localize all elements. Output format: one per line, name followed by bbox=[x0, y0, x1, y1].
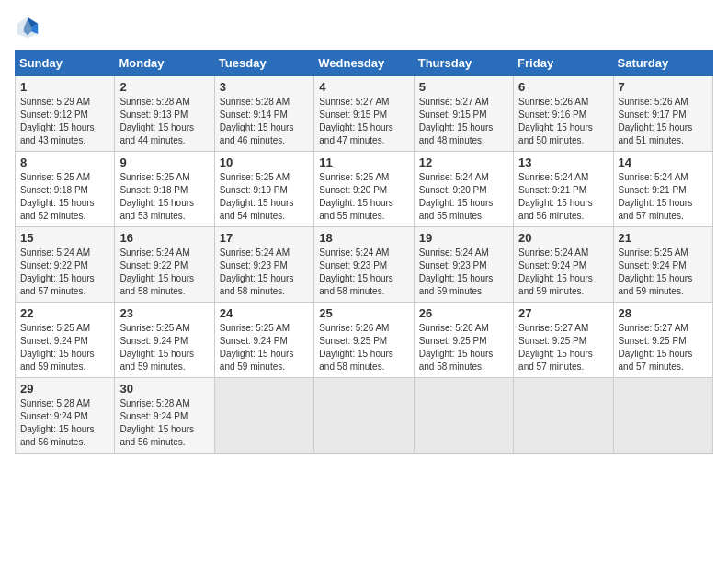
day-detail: Sunrise: 5:25 AMSunset: 9:18 PMDaylight:… bbox=[119, 171, 209, 223]
day-number: 5 bbox=[419, 80, 508, 94]
day-detail: Sunrise: 5:24 AMSunset: 9:21 PMDaylight:… bbox=[518, 171, 608, 223]
day-detail: Sunrise: 5:27 AMSunset: 9:25 PMDaylight:… bbox=[619, 322, 708, 373]
day-number: 30 bbox=[119, 382, 209, 396]
day-number: 17 bbox=[220, 231, 309, 245]
day-cell: 16 Sunrise: 5:24 AMSunset: 9:22 PMDaylig… bbox=[115, 227, 214, 303]
day-detail: Sunrise: 5:27 AMSunset: 9:25 PMDaylight:… bbox=[518, 322, 608, 373]
week-row-2: 8 Sunrise: 5:25 AMSunset: 9:18 PMDayligh… bbox=[16, 152, 713, 227]
day-detail: Sunrise: 5:25 AMSunset: 9:19 PMDaylight:… bbox=[220, 171, 309, 223]
calendar-body: 1 Sunrise: 5:29 AMSunset: 9:12 PMDayligh… bbox=[16, 76, 713, 454]
day-cell: 7 Sunrise: 5:26 AMSunset: 9:17 PMDayligh… bbox=[613, 76, 712, 152]
day-number: 13 bbox=[518, 155, 608, 169]
day-detail: Sunrise: 5:24 AMSunset: 9:23 PMDaylight:… bbox=[419, 247, 508, 298]
day-number: 21 bbox=[619, 231, 708, 245]
day-cell bbox=[514, 378, 613, 454]
day-cell: 20 Sunrise: 5:24 AMSunset: 9:24 PMDaylig… bbox=[514, 227, 613, 303]
day-cell bbox=[414, 378, 513, 454]
day-detail: Sunrise: 5:25 AMSunset: 9:24 PMDaylight:… bbox=[119, 322, 209, 373]
header-cell-sunday: Sunday bbox=[16, 51, 115, 76]
day-number: 27 bbox=[518, 306, 608, 320]
day-cell: 29 Sunrise: 5:28 AMSunset: 9:24 PMDaylig… bbox=[16, 378, 115, 454]
header-row: SundayMondayTuesdayWednesdayThursdayFrid… bbox=[16, 51, 713, 76]
header-cell-thursday: Thursday bbox=[414, 51, 513, 76]
calendar-table: SundayMondayTuesdayWednesdayThursdayFrid… bbox=[15, 50, 713, 454]
day-cell: 11 Sunrise: 5:25 AMSunset: 9:20 PMDaylig… bbox=[314, 152, 414, 227]
day-cell: 3 Sunrise: 5:28 AMSunset: 9:14 PMDayligh… bbox=[214, 76, 313, 152]
header-cell-saturday: Saturday bbox=[613, 51, 712, 76]
week-row-1: 1 Sunrise: 5:29 AMSunset: 9:12 PMDayligh… bbox=[16, 76, 713, 152]
day-detail: Sunrise: 5:28 AMSunset: 9:13 PMDaylight:… bbox=[119, 96, 209, 147]
day-cell bbox=[613, 378, 712, 454]
day-number: 10 bbox=[220, 155, 309, 169]
day-cell: 27 Sunrise: 5:27 AMSunset: 9:25 PMDaylig… bbox=[514, 303, 613, 378]
day-number: 4 bbox=[319, 80, 408, 94]
day-detail: Sunrise: 5:28 AMSunset: 9:24 PMDaylight:… bbox=[20, 397, 109, 449]
day-number: 8 bbox=[20, 155, 109, 169]
day-detail: Sunrise: 5:26 AMSunset: 9:25 PMDaylight:… bbox=[419, 322, 508, 373]
day-number: 2 bbox=[119, 80, 209, 94]
day-cell: 24 Sunrise: 5:25 AMSunset: 9:24 PMDaylig… bbox=[214, 303, 313, 378]
day-number: 11 bbox=[319, 155, 408, 169]
day-detail: Sunrise: 5:29 AMSunset: 9:12 PMDaylight:… bbox=[20, 96, 109, 147]
day-number: 28 bbox=[619, 306, 708, 320]
day-number: 1 bbox=[20, 80, 109, 94]
day-cell: 5 Sunrise: 5:27 AMSunset: 9:15 PMDayligh… bbox=[414, 76, 513, 152]
day-number: 15 bbox=[20, 231, 109, 245]
day-detail: Sunrise: 5:28 AMSunset: 9:14 PMDaylight:… bbox=[220, 96, 309, 147]
day-detail: Sunrise: 5:26 AMSunset: 9:17 PMDaylight:… bbox=[619, 96, 708, 147]
day-number: 7 bbox=[619, 80, 708, 94]
day-cell: 6 Sunrise: 5:26 AMSunset: 9:16 PMDayligh… bbox=[514, 76, 613, 152]
day-detail: Sunrise: 5:25 AMSunset: 9:20 PMDaylight:… bbox=[319, 171, 408, 223]
header bbox=[15, 15, 713, 40]
day-number: 16 bbox=[119, 231, 209, 245]
day-detail: Sunrise: 5:24 AMSunset: 9:21 PMDaylight:… bbox=[619, 171, 708, 223]
day-detail: Sunrise: 5:24 AMSunset: 9:23 PMDaylight:… bbox=[319, 247, 408, 298]
day-number: 25 bbox=[319, 306, 408, 320]
day-cell: 28 Sunrise: 5:27 AMSunset: 9:25 PMDaylig… bbox=[613, 303, 712, 378]
day-detail: Sunrise: 5:25 AMSunset: 9:24 PMDaylight:… bbox=[619, 247, 708, 298]
day-cell: 18 Sunrise: 5:24 AMSunset: 9:23 PMDaylig… bbox=[314, 227, 414, 303]
day-number: 14 bbox=[619, 155, 708, 169]
day-cell: 30 Sunrise: 5:28 AMSunset: 9:24 PMDaylig… bbox=[115, 378, 214, 454]
day-number: 18 bbox=[319, 231, 408, 245]
week-row-3: 15 Sunrise: 5:24 AMSunset: 9:22 PMDaylig… bbox=[16, 227, 713, 303]
day-number: 3 bbox=[220, 80, 309, 94]
day-cell: 23 Sunrise: 5:25 AMSunset: 9:24 PMDaylig… bbox=[115, 303, 214, 378]
day-detail: Sunrise: 5:24 AMSunset: 9:23 PMDaylight:… bbox=[220, 247, 309, 298]
day-detail: Sunrise: 5:26 AMSunset: 9:25 PMDaylight:… bbox=[319, 322, 408, 373]
day-detail: Sunrise: 5:24 AMSunset: 9:24 PMDaylight:… bbox=[518, 247, 608, 298]
day-detail: Sunrise: 5:26 AMSunset: 9:16 PMDaylight:… bbox=[518, 96, 608, 147]
day-cell: 25 Sunrise: 5:26 AMSunset: 9:25 PMDaylig… bbox=[314, 303, 414, 378]
day-cell: 15 Sunrise: 5:24 AMSunset: 9:22 PMDaylig… bbox=[16, 227, 115, 303]
day-cell bbox=[314, 378, 414, 454]
day-number: 26 bbox=[419, 306, 508, 320]
day-detail: Sunrise: 5:27 AMSunset: 9:15 PMDaylight:… bbox=[419, 96, 508, 147]
day-number: 23 bbox=[119, 306, 209, 320]
day-number: 12 bbox=[419, 155, 508, 169]
day-detail: Sunrise: 5:25 AMSunset: 9:18 PMDaylight:… bbox=[20, 171, 109, 223]
day-cell: 26 Sunrise: 5:26 AMSunset: 9:25 PMDaylig… bbox=[414, 303, 513, 378]
logo-icon bbox=[15, 15, 40, 40]
day-cell: 2 Sunrise: 5:28 AMSunset: 9:13 PMDayligh… bbox=[115, 76, 214, 152]
day-number: 22 bbox=[20, 306, 109, 320]
header-cell-monday: Monday bbox=[115, 51, 214, 76]
day-cell: 19 Sunrise: 5:24 AMSunset: 9:23 PMDaylig… bbox=[414, 227, 513, 303]
day-number: 19 bbox=[419, 231, 508, 245]
week-row-4: 22 Sunrise: 5:25 AMSunset: 9:24 PMDaylig… bbox=[16, 303, 713, 378]
header-cell-friday: Friday bbox=[514, 51, 613, 76]
day-cell: 21 Sunrise: 5:25 AMSunset: 9:24 PMDaylig… bbox=[613, 227, 712, 303]
day-number: 6 bbox=[518, 80, 608, 94]
day-number: 20 bbox=[518, 231, 608, 245]
day-cell: 4 Sunrise: 5:27 AMSunset: 9:15 PMDayligh… bbox=[314, 76, 414, 152]
day-cell: 17 Sunrise: 5:24 AMSunset: 9:23 PMDaylig… bbox=[214, 227, 313, 303]
day-detail: Sunrise: 5:24 AMSunset: 9:20 PMDaylight:… bbox=[419, 171, 508, 223]
day-detail: Sunrise: 5:28 AMSunset: 9:24 PMDaylight:… bbox=[119, 397, 209, 449]
day-cell: 13 Sunrise: 5:24 AMSunset: 9:21 PMDaylig… bbox=[514, 152, 613, 227]
day-cell: 8 Sunrise: 5:25 AMSunset: 9:18 PMDayligh… bbox=[16, 152, 115, 227]
day-cell: 1 Sunrise: 5:29 AMSunset: 9:12 PMDayligh… bbox=[16, 76, 115, 152]
day-cell: 12 Sunrise: 5:24 AMSunset: 9:20 PMDaylig… bbox=[414, 152, 513, 227]
header-cell-tuesday: Tuesday bbox=[214, 51, 313, 76]
day-detail: Sunrise: 5:24 AMSunset: 9:22 PMDaylight:… bbox=[119, 247, 209, 298]
day-cell: 22 Sunrise: 5:25 AMSunset: 9:24 PMDaylig… bbox=[16, 303, 115, 378]
day-detail: Sunrise: 5:25 AMSunset: 9:24 PMDaylight:… bbox=[20, 322, 109, 373]
